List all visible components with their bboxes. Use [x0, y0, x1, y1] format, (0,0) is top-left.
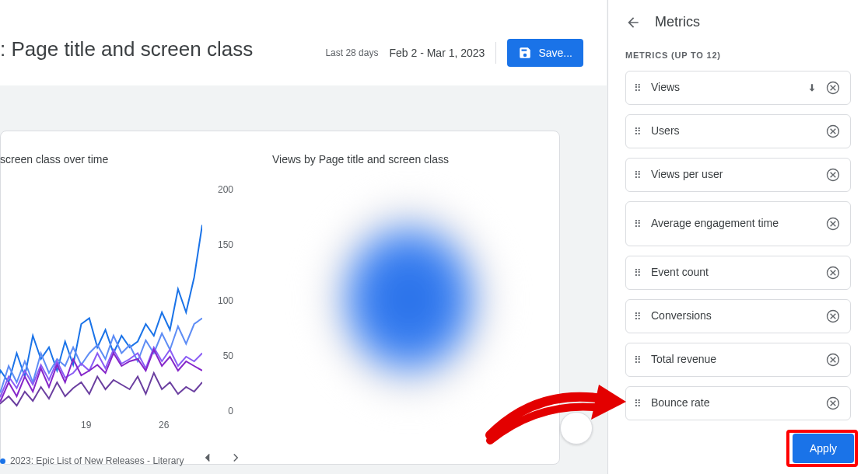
divider	[495, 42, 496, 64]
metric-label: Views	[651, 81, 802, 95]
drag-handle-icon[interactable]: ⠿	[634, 402, 643, 406]
metric-label: Conversions	[651, 309, 817, 323]
metric-row-views[interactable]: ⠿Views	[625, 71, 851, 105]
apply-label: Apply	[810, 442, 837, 455]
x-axis: 1926	[0, 420, 202, 435]
metric-row-average-engagement-time[interactable]: ⠿Average engagement time	[625, 201, 851, 246]
drag-handle-icon[interactable]: ⠿	[634, 173, 643, 177]
metric-row-views-per-user[interactable]: ⠿Views per user	[625, 158, 851, 192]
metric-label: Event count	[651, 266, 817, 280]
drag-handle-icon[interactable]: ⠿	[634, 86, 643, 90]
remove-icon[interactable]	[825, 265, 841, 281]
remove-icon[interactable]	[825, 167, 841, 183]
date-range[interactable]: Feb 2 - Mar 1, 2023	[389, 47, 485, 59]
save-button[interactable]: Save...	[507, 39, 583, 67]
drag-handle-icon[interactable]: ⠿	[634, 271, 643, 275]
remove-icon[interactable]	[825, 396, 841, 411]
x-tick: 19	[81, 420, 91, 430]
x-tick: 26	[159, 420, 169, 430]
series-line	[0, 347, 202, 400]
remove-icon[interactable]	[825, 80, 841, 96]
remove-icon[interactable]	[825, 124, 841, 139]
metric-label: Views per user	[651, 168, 817, 182]
remove-icon[interactable]	[825, 352, 841, 368]
legend-item[interactable]: 2023: Epic List of New Releases - Litera…	[0, 455, 184, 466]
sort-descending-icon	[807, 82, 817, 93]
drag-handle-icon[interactable]: ⠿	[634, 315, 643, 319]
metric-row-users[interactable]: ⠿Users	[625, 114, 851, 148]
metric-label: Users	[651, 124, 817, 138]
metric-row-total-revenue[interactable]: ⠿Total revenue	[625, 343, 851, 377]
apply-button[interactable]: Apply	[793, 434, 854, 463]
metrics-panel: Metrics METRICS (UP TO 12) ⠿Views⠿Users⠿…	[607, 0, 868, 474]
drag-handle-icon[interactable]: ⠿	[634, 130, 643, 134]
metric-row-event-count[interactable]: ⠿Event count	[625, 256, 851, 290]
date-preset[interactable]: Last 28 days	[325, 47, 378, 58]
chart1-title: screen class over time	[0, 153, 108, 166]
legend-dot-icon	[0, 458, 5, 464]
panel-title: Metrics	[655, 14, 700, 30]
drag-handle-icon[interactable]: ⠿	[634, 222, 643, 226]
y-tick: 150	[202, 239, 233, 250]
chevron-left-icon[interactable]	[201, 451, 215, 465]
floating-action-button[interactable]	[560, 412, 593, 444]
metric-row-bounce-rate[interactable]: ⠿Bounce rate	[625, 386, 851, 420]
y-tick: 200	[202, 184, 233, 195]
page-title: : Page title and screen class	[0, 37, 253, 61]
main-area: : Page title and screen class Last 28 da…	[0, 0, 607, 474]
metric-row-conversions[interactable]: ⠿Conversions	[625, 299, 851, 333]
blurred-chart	[272, 175, 521, 423]
metric-label: Bounce rate	[651, 396, 817, 410]
y-tick: 0	[202, 406, 233, 416]
save-label: Save...	[538, 47, 572, 59]
section-label: METRICS (UP TO 12)	[625, 51, 851, 60]
metric-label: Average engagement time	[651, 217, 817, 231]
remove-icon[interactable]	[825, 216, 841, 232]
legend-label: 2023: Epic List of New Releases - Litera…	[10, 455, 184, 466]
chevron-right-icon[interactable]	[229, 451, 243, 465]
series-line	[0, 373, 202, 408]
chart2-title: Views by Page title and screen class	[272, 153, 449, 166]
y-tick: 100	[202, 295, 233, 306]
line-chart	[0, 184, 202, 417]
drag-handle-icon[interactable]: ⠿	[634, 358, 643, 362]
y-tick: 50	[202, 350, 233, 361]
header: : Page title and screen class Last 28 da…	[0, 0, 607, 85]
save-icon	[518, 46, 532, 60]
remove-icon[interactable]	[825, 308, 841, 324]
metric-label: Total revenue	[651, 353, 817, 367]
back-arrow-icon[interactable]	[625, 15, 641, 30]
y-axis: 050100150200	[202, 184, 233, 417]
